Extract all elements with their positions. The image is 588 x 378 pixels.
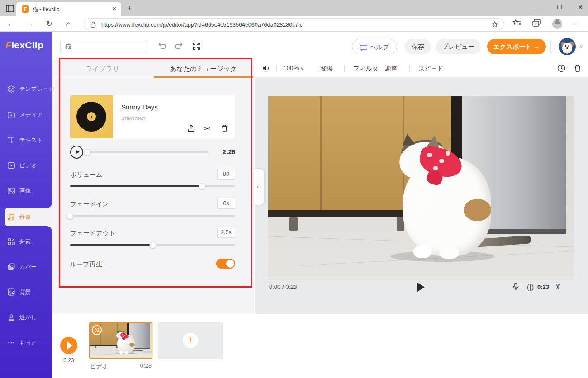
menu-speed[interactable]: スピード bbox=[418, 65, 443, 73]
sidebar-item-background[interactable]: 背景 bbox=[0, 284, 52, 300]
split-scissors-icon[interactable]: ✂ bbox=[553, 284, 562, 290]
layers-icon bbox=[7, 85, 15, 93]
media-folder-icon bbox=[7, 111, 15, 119]
lock-icon bbox=[90, 21, 96, 29]
track-thumbnail bbox=[70, 95, 113, 138]
video-icon bbox=[7, 161, 15, 170]
sidebar-item-watermark[interactable]: 透かし bbox=[0, 309, 52, 326]
sidebar-item-images[interactable]: 画像 bbox=[0, 183, 52, 199]
speaker-icon[interactable] bbox=[262, 64, 273, 74]
sidebar: FlexClip テンプレート メディア テキスト ビデオ 画像 音楽 要素 bbox=[0, 32, 52, 378]
tab-library[interactable]: ライブラリ bbox=[52, 60, 153, 77]
tab-your-music[interactable]: あなたのミュージック bbox=[153, 60, 254, 77]
window-maximize-button[interactable]: ☐ bbox=[553, 4, 566, 11]
delete-clip-icon[interactable] bbox=[573, 64, 584, 74]
flexclip-logo[interactable]: FlexClip bbox=[5, 40, 43, 51]
export-button[interactable]: エクスポート → bbox=[487, 39, 546, 54]
fade-in-value[interactable]: 0s bbox=[217, 198, 235, 209]
menu-adjust[interactable]: 調整 bbox=[385, 65, 397, 73]
back-icon[interactable]: ← bbox=[6, 19, 16, 29]
music-track-card[interactable]: Sunny Days unknown ✂ bbox=[70, 95, 235, 138]
loop-toggle[interactable] bbox=[216, 259, 235, 269]
active-tab-underline bbox=[154, 76, 253, 78]
delete-track-icon[interactable] bbox=[220, 124, 230, 134]
preview-toolbar: 100% ∨ 変換 フィルタ 調整 スピード bbox=[255, 60, 588, 77]
undo-icon[interactable] bbox=[157, 42, 168, 52]
settings-more-icon[interactable]: ⋯ bbox=[571, 19, 581, 29]
volume-thumb[interactable] bbox=[199, 183, 206, 189]
new-tab-button[interactable]: + bbox=[128, 5, 132, 12]
fade-in-slider[interactable] bbox=[70, 215, 235, 217]
sidebar-item-elements[interactable]: 要素 bbox=[0, 233, 52, 250]
panel-collapse-handle[interactable]: ‹ bbox=[254, 169, 264, 205]
redo-icon[interactable] bbox=[174, 42, 185, 52]
upload-icon[interactable] bbox=[187, 124, 197, 134]
fade-out-value[interactable]: 2.5s bbox=[217, 227, 235, 238]
window-close-button[interactable]: ✕ bbox=[574, 4, 587, 11]
user-avatar[interactable] bbox=[559, 38, 576, 55]
editor-toolbar: ヘルプ 保存 プレビュー エクスポート → ∨ bbox=[52, 32, 588, 60]
collections-icon[interactable] bbox=[532, 19, 543, 29]
help-button[interactable]: ヘルプ bbox=[352, 39, 397, 54]
preview-button[interactable]: プレビュー bbox=[436, 39, 481, 54]
fade-in-label: フェードイン bbox=[70, 200, 109, 208]
add-scene-button[interactable]: + bbox=[158, 322, 223, 359]
tab-actions-icon[interactable] bbox=[5, 4, 14, 13]
more-dots-icon bbox=[7, 339, 15, 347]
refresh-icon[interactable]: ↻ bbox=[44, 19, 54, 29]
fade-in-thumb[interactable] bbox=[67, 213, 74, 219]
chat-bubble-icon bbox=[360, 41, 367, 56]
volume-value[interactable]: 80 bbox=[217, 169, 235, 180]
menu-transform[interactable]: 変換 bbox=[321, 65, 333, 73]
home-icon[interactable]: ⌂ bbox=[63, 19, 73, 29]
microphone-icon[interactable] bbox=[512, 282, 522, 292]
sidebar-item-text[interactable]: テキスト bbox=[0, 132, 52, 148]
sidebar-item-templates[interactable]: テンプレート bbox=[0, 81, 52, 97]
history-clock-icon[interactable] bbox=[557, 64, 568, 74]
timeline: 0:23 bbox=[52, 314, 588, 378]
timeline-total-duration: 0:23 bbox=[60, 357, 77, 364]
browser-tab[interactable]: F 猫 - flexclip ✕ bbox=[16, 2, 121, 16]
sidebar-item-video[interactable]: ビデオ bbox=[0, 157, 52, 174]
chevron-down-icon: ∨ bbox=[300, 66, 303, 71]
audio-play-button[interactable] bbox=[70, 146, 83, 159]
tab-close-icon[interactable]: ✕ bbox=[112, 5, 117, 12]
collapse-chevron-icon: ‹ bbox=[257, 183, 259, 190]
trim-scissors-icon[interactable]: ✂ bbox=[204, 124, 214, 134]
clip-duration: 0:23 bbox=[124, 362, 152, 369]
fade-out-label: フェードアウト bbox=[70, 229, 115, 237]
address-bar[interactable]: https://www.flexclip.com/jp/editor/app?i… bbox=[84, 18, 504, 30]
video-scene bbox=[268, 96, 574, 280]
sidebar-item-music[interactable]: 音楽 bbox=[0, 208, 52, 226]
forward-icon[interactable]: → bbox=[25, 19, 35, 29]
window-minimize-button[interactable]: — bbox=[531, 4, 545, 11]
volume-slider[interactable] bbox=[70, 185, 235, 187]
timeline-play-button[interactable] bbox=[60, 337, 77, 354]
favorites-bar-icon[interactable] bbox=[512, 19, 523, 29]
fade-out-thumb[interactable] bbox=[149, 241, 156, 248]
fade-out-slider[interactable] bbox=[70, 244, 235, 246]
preview-play-button[interactable] bbox=[417, 283, 425, 292]
sidebar-item-cover[interactable]: カバー bbox=[0, 259, 52, 275]
elements-icon bbox=[7, 237, 15, 246]
save-button[interactable]: 保存 bbox=[405, 39, 431, 54]
browser-profile-icon[interactable] bbox=[552, 19, 562, 29]
seek-thumb[interactable] bbox=[84, 149, 91, 156]
audio-seek-slider[interactable] bbox=[87, 151, 209, 153]
sidebar-item-media[interactable]: メディア bbox=[0, 107, 52, 123]
watermark-stamp-icon bbox=[7, 313, 15, 321]
zoom-level-dropdown[interactable]: 100% ∨ bbox=[283, 65, 304, 71]
avatar-chevron-down-icon[interactable]: ∨ bbox=[579, 43, 583, 49]
browser-tab-strip: F 猫 - flexclip ✕ + — ☐ ✕ bbox=[0, 0, 588, 16]
search-input[interactable] bbox=[60, 40, 147, 53]
favorite-star-icon[interactable] bbox=[491, 21, 498, 30]
sidebar-item-more[interactable]: もっと bbox=[0, 335, 52, 351]
browser-url-row: ← → ↻ ⌂ https://www.flexclip.com/jp/edit… bbox=[0, 16, 588, 32]
fullscreen-icon[interactable] bbox=[191, 42, 202, 52]
split-clip-icon[interactable]: (|) bbox=[527, 284, 537, 293]
clip-duration-label: 0:23 bbox=[537, 284, 549, 290]
video-preview[interactable] bbox=[268, 96, 574, 280]
menu-filter[interactable]: フィルタ bbox=[353, 65, 378, 73]
clip-type-label: ビデオ bbox=[90, 362, 108, 370]
track-title: Sunny Days bbox=[121, 103, 158, 111]
